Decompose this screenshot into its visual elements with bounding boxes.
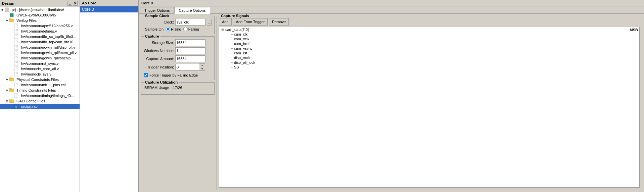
capture-amount-wrapper: 163848192: [175, 55, 205, 62]
signal-row-cam_vsync[interactable]: cam_vsync: [219, 46, 639, 51]
tree-item-verilog[interactable]: ▼Verilog Files: [0, 18, 80, 23]
tab-capture[interactable]: Capture Options: [174, 7, 210, 14]
rising-radio[interactable]: [166, 27, 170, 31]
core-item-core0[interactable]: Core 0: [80, 6, 138, 12]
file-icon: [14, 34, 19, 39]
tree-item-label: hw/common/gowin_rpll/mem_pll.v: [21, 51, 77, 55]
signal-row-cam_data[interactable]: ⊞cam_data[7:0]: [219, 27, 639, 32]
tree-item-gao_config[interactable]: ▼GAO Config Files: [0, 98, 80, 104]
add-signal-button[interactable]: Add: [219, 18, 232, 26]
tree-item-prj[interactable]: ▼prj - [/home/josuah/brilliantlabsAR/str…: [0, 7, 80, 12]
windows-number-label: Windows Number:: [144, 49, 174, 53]
signal-label: disp_pll_lock: [234, 60, 255, 64]
tree-item-label: Verilog Files: [16, 18, 37, 22]
signal-row-cam_href[interactable]: cam_href: [219, 41, 639, 46]
folder-icon: [9, 88, 15, 93]
tree-toggle[interactable]: ▼: [5, 99, 9, 103]
signal-connector: [231, 48, 233, 49]
svg-rect-16: [9, 78, 11, 79]
signal-row-cam_clk[interactable]: cam_clk: [219, 32, 639, 37]
trigger-position-row: Trigger Position: ▲ ▼: [144, 63, 212, 71]
tree-indent: [0, 77, 5, 82]
tree-item-apm512[interactable]: hw/common/apm512/apm256.v: [0, 23, 80, 29]
tree-item-mk11_pins[interactable]: hw/common/mk11_pins.cst: [0, 82, 80, 88]
svg-rect-2: [11, 14, 13, 16]
signal-row-ss[interactable]: SS: [219, 65, 639, 69]
signal-row-disp_mclk[interactable]: disp_mclk: [219, 55, 639, 60]
force-trigger-checkbox[interactable]: [144, 73, 148, 77]
signal-toggle[interactable]: ⊞: [221, 28, 225, 31]
tree-item-timings40[interactable]: hw/common/timing/timings_40...: [0, 93, 80, 98]
minimize-btn[interactable]: _: [67, 1, 72, 6]
file-icon: [14, 56, 19, 60]
tree-item-fifo_sc[interactable]: hw/common/fifo_sc_top/fb_fifo3...: [0, 34, 80, 39]
falling-radio[interactable]: [183, 27, 188, 31]
signal-row-disp_pll_lock[interactable]: disp_pll_lock: [219, 60, 639, 65]
spinbox-buttons: ▲ ▼: [199, 63, 205, 71]
svg-rect-18: [9, 89, 14, 92]
capture-signals-panel: Capture Signals Add Add From Trigger Rem…: [217, 16, 642, 190]
tree-toggle[interactable]: ▼: [1, 8, 5, 12]
tree-item-timing[interactable]: ▼Timing Constraints Files: [0, 88, 80, 93]
clock-input[interactable]: [175, 19, 205, 26]
capture-amount-row: Capture Amount: 163848192: [144, 55, 212, 62]
tree-item-gowin_disp[interactable]: hw/common/gowin_rpll/disp_pll.v: [0, 45, 80, 50]
tree-item-defines[interactable]: hw/common/defines.v: [0, 29, 80, 34]
tree-item-prj_rao[interactable]: Rsrc/prj.rao: [0, 104, 80, 109]
file-icon: [14, 83, 19, 87]
spinbox-up-btn[interactable]: ▲: [199, 64, 205, 67]
tree-item-rst_sync[interactable]: hw/common/rst_sync.v: [0, 61, 80, 66]
tree-item-monocle_sys[interactable]: hw/monocle_sys.v: [0, 71, 80, 77]
bsram-usage: BSRAM Usage：17/26: [144, 84, 212, 92]
svg-rect-15: [9, 78, 14, 81]
clock-label: Clock:: [144, 20, 174, 24]
svg-rect-20: [14, 94, 18, 98]
capture-group: Capture Storage Size: 16384819240962048 …: [141, 36, 215, 80]
add-from-trigger-button[interactable]: Add From Trigger: [233, 18, 268, 26]
signal-label: cam_href: [234, 42, 249, 46]
tree-indent: [0, 99, 5, 103]
tree-item-label: hw/common/apm512/apm256.v: [21, 24, 73, 28]
radio-group: Rising Falling: [166, 27, 199, 31]
capture-amount-select[interactable]: 163848192: [175, 55, 205, 62]
remove-signal-button[interactable]: Remove: [269, 18, 289, 26]
tree-item-label: GAO Config Files: [16, 99, 45, 103]
tree-item-gw1n[interactable]: GW1N-LV9MG100C6/I5: [0, 12, 80, 18]
tree-item-label: hw/common/mk11_pins.cst: [21, 83, 66, 87]
storage-size-select[interactable]: 16384819240962048: [175, 39, 205, 46]
svg-rect-14: [14, 72, 18, 76]
signal-row-cam_rst[interactable]: cam_rst: [219, 51, 639, 55]
tree-toggle[interactable]: ▼: [5, 89, 9, 92]
signal-label: cam_rst: [234, 51, 247, 55]
tree-item-label: hw/monocle_core_all.v: [21, 67, 59, 71]
tab-trigger[interactable]: Trigger Options: [140, 7, 174, 13]
tree-toggle[interactable]: ▼: [5, 19, 9, 22]
svg-rect-10: [14, 51, 18, 55]
core-title: Core 0: [139, 0, 644, 6]
force-trigger-label[interactable]: Force Trigger by Falling Edge: [149, 73, 198, 77]
spinbox-down-btn[interactable]: ▼: [199, 67, 205, 70]
tree-indent: [0, 66, 10, 71]
storage-size-label: Storage Size:: [144, 41, 174, 45]
tree-item-monocle_all[interactable]: hw/monocle_core_all.v: [0, 66, 80, 71]
signal-label: cam_clk: [234, 32, 247, 36]
tab-content: Sample Clock Clock: ... Sample On:: [139, 14, 644, 192]
browse-button[interactable]: ...: [207, 19, 212, 26]
signal-connector: [231, 53, 233, 53]
windows-number-select[interactable]: 1248: [175, 47, 205, 54]
tree-item-gowin_mem[interactable]: hw/common/gowin_rpll/mem_pll.v: [0, 50, 80, 55]
folder-icon: [9, 18, 15, 23]
close-panel-btn[interactable]: ✕: [73, 1, 78, 6]
trigger-position-input[interactable]: [175, 64, 199, 70]
tree-item-fifo_top[interactable]: hw/common/fifo_top/cam_fifo16...: [0, 39, 80, 45]
falling-radio-label[interactable]: Falling: [183, 27, 199, 31]
rising-radio-label[interactable]: Rising: [166, 27, 181, 31]
tree-item-gowin_onchip[interactable]: hw/common/gowin_rpll/onchip_...: [0, 55, 80, 61]
tree-indent: [0, 50, 10, 55]
tree-item-label: src/prj.rao: [21, 104, 38, 108]
signal-indent: [221, 56, 227, 60]
tree-item-physical[interactable]: ▼Physical Constraints Files: [0, 77, 80, 82]
signal-row-cam_xclk[interactable]: cam_xclk: [219, 37, 639, 41]
tree-toggle[interactable]: ▼: [5, 78, 9, 82]
falling-label: Falling: [188, 27, 199, 31]
